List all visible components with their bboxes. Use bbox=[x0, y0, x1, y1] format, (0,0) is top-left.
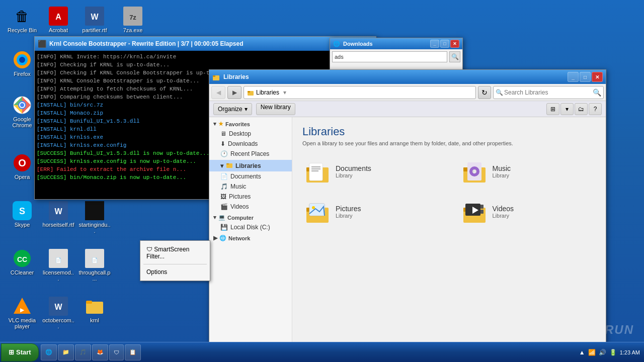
libraries-maximize-button[interactable]: □ bbox=[580, 72, 591, 82]
svg-rect-43 bbox=[311, 166, 320, 167]
favorites-header[interactable]: ▾ ★ Favorites bbox=[209, 119, 292, 129]
browser-controls: _ □ ✕ bbox=[430, 40, 459, 48]
svg-text:W: W bbox=[91, 13, 99, 21]
taskbar-volume-icon[interactable]: 🔊 bbox=[599, 349, 606, 356]
chrome-icon bbox=[12, 95, 32, 115]
svg-text:S: S bbox=[19, 206, 25, 216]
documents-library-icon bbox=[304, 158, 331, 185]
browser-maximize-btn[interactable]: □ bbox=[440, 40, 449, 48]
libraries-nav-section: ▾ Libraries 📄 Documents 🎵 Music bbox=[209, 160, 292, 212]
change-view-button[interactable]: ⊞ bbox=[546, 103, 559, 115]
browser-titlebar[interactable]: 🌐 Downloads _ □ ✕ bbox=[330, 38, 462, 49]
taskbar-item-firefox[interactable]: 🦊 bbox=[92, 344, 108, 360]
library-item-music[interactable]: ♪ Music Library bbox=[459, 156, 596, 187]
refresh-button[interactable]: ↻ bbox=[478, 86, 491, 99]
taskbar-item-ie[interactable]: 🌐 bbox=[41, 344, 57, 360]
start-button[interactable]: ⊞ Start bbox=[1, 343, 39, 361]
libraries-minimize-button[interactable]: _ bbox=[568, 72, 579, 82]
nav-item-desktop[interactable]: 🖥 Desktop bbox=[209, 129, 292, 139]
help-button[interactable]: ? bbox=[589, 103, 602, 115]
nav-item-downloads[interactable]: ⬇ Downloads bbox=[209, 139, 292, 149]
downloads-nav-icon: ⬇ bbox=[220, 140, 225, 147]
libraries-titlebar[interactable]: Libraries _ □ ✕ bbox=[209, 70, 606, 84]
through-label: throughcall.p... bbox=[78, 269, 111, 282]
computer-nav-header[interactable]: ▾ 💻 Computer bbox=[209, 213, 292, 222]
desktop-icon-7za[interactable]: 7z 7za.exe bbox=[115, 4, 151, 35]
libraries-nav-header[interactable]: ▾ Libraries bbox=[209, 160, 292, 171]
desktop-icon-octobercom[interactable]: W octobercom... bbox=[40, 294, 76, 331]
smartscreen-options-item[interactable]: Options bbox=[143, 266, 207, 278]
browser-go-btn[interactable]: 🔍 bbox=[449, 51, 460, 62]
library-item-pictures[interactable]: Pictures Library bbox=[302, 197, 439, 227]
desktop-icon-recycle[interactable]: 🗑 Recycle Bin bbox=[4, 4, 40, 35]
search-input[interactable] bbox=[504, 89, 592, 96]
nav-item-documents[interactable]: 📄 Documents bbox=[209, 171, 292, 182]
libraries-close-button[interactable]: ✕ bbox=[592, 72, 603, 82]
nav-item-pictures[interactable]: 🖼 Pictures bbox=[209, 192, 292, 202]
acrobat-icon: A bbox=[48, 6, 68, 26]
search-submit-icon[interactable]: 🔍 bbox=[593, 88, 601, 97]
desktop-icon-ccleaner[interactable]: CC CCleaner bbox=[4, 246, 40, 278]
desktop-icon-licensemod[interactable]: 📄 licensemod... bbox=[40, 246, 76, 284]
horseit-icon: W bbox=[48, 201, 68, 221]
nav-item-music[interactable]: 🎵 Music bbox=[209, 182, 292, 192]
taskbar-tray-arrow-icon[interactable]: ▲ bbox=[579, 349, 585, 356]
smartscreen-filter-item[interactable]: 🛡 SmartScreen Filter... bbox=[143, 244, 207, 262]
desktop-icon-horseit[interactable]: W horseitself.rtf bbox=[40, 199, 76, 230]
nav-item-recent-places[interactable]: 🕐 Recent Places bbox=[209, 149, 292, 159]
word-icon: W bbox=[85, 6, 105, 26]
svg-point-12 bbox=[20, 103, 24, 107]
nav-item-videos[interactable]: 🎬 Videos bbox=[209, 202, 292, 212]
address-bar[interactable]: Libraries ▾ bbox=[244, 86, 476, 99]
7za-label: 7za.exe bbox=[123, 27, 143, 33]
svg-text:W: W bbox=[54, 207, 62, 216]
svg-text:A: A bbox=[55, 13, 61, 21]
skype-icon: S bbox=[12, 201, 32, 221]
nav-item-local-disk[interactable]: 💾 Local Disk (C:) bbox=[209, 222, 292, 232]
desktop-icon-vlc[interactable]: ▶ VLC media player bbox=[4, 294, 40, 331]
computer-nav-section: ▾ 💻 Computer 💾 Local Disk (C:) bbox=[209, 213, 292, 232]
view-dropdown-button[interactable]: ▾ bbox=[560, 103, 574, 115]
desktop-icon-word-partifier[interactable]: W partifier.rtf bbox=[76, 4, 113, 35]
desktop: 🗑 Recycle Bin A Acrobat W partifier.rtf … bbox=[0, 0, 644, 362]
desktop-icon-through[interactable]: 📄 throughcall.p... bbox=[76, 246, 113, 284]
desktop-icon-starting[interactable]: startingindu... bbox=[76, 199, 113, 236]
libraries-expand-icon: ▾ bbox=[220, 162, 223, 169]
krnl-label: krnl bbox=[90, 317, 99, 323]
taskbar-shield-icon: 🛡 bbox=[114, 349, 119, 355]
browser-minimize-btn[interactable]: _ bbox=[430, 40, 439, 48]
network-expand-icon: ▶ bbox=[213, 235, 217, 241]
address-dropdown-icon[interactable]: ▾ bbox=[283, 89, 286, 96]
desktop-icon-acrobat[interactable]: A Acrobat bbox=[40, 4, 76, 35]
browser-address[interactable]: ads bbox=[332, 51, 447, 62]
console-titlebar[interactable]: ⬛ Krnl Console Bootstrapper - Rewrite Ed… bbox=[35, 37, 376, 51]
svg-point-8 bbox=[19, 57, 25, 63]
forward-button[interactable]: ▶ bbox=[227, 86, 242, 99]
licensemod-icon: 📄 bbox=[48, 248, 68, 268]
taskbar-item-app[interactable]: 📋 bbox=[125, 344, 141, 360]
details-pane-button[interactable]: 🗂 bbox=[575, 103, 588, 115]
svg-point-56 bbox=[312, 206, 315, 209]
taskbar-item-shield[interactable]: 🛡 bbox=[109, 344, 124, 360]
pictures-library-text: Pictures Library bbox=[336, 205, 361, 219]
taskbar-item-media[interactable]: 🎵 bbox=[75, 344, 91, 360]
firefox-label: Firefox bbox=[14, 71, 31, 77]
taskbar-battery-icon: 🔋 bbox=[609, 349, 617, 356]
browser-toolbar: ads 🔍 bbox=[330, 49, 462, 64]
libraries-grid: Documents Library bbox=[302, 156, 596, 227]
taskbar-item-folder[interactable]: 📁 bbox=[58, 344, 74, 360]
desktop-icon-krnl[interactable]: krnl bbox=[76, 294, 113, 325]
browser-close-btn[interactable]: ✕ bbox=[450, 40, 459, 48]
octobercom-label: octobercom... bbox=[42, 317, 74, 329]
network-nav-header[interactable]: ▶ 🌐 Network bbox=[209, 233, 292, 243]
back-button[interactable]: ◀ bbox=[211, 86, 225, 99]
taskbar-clock: 1:23 AM bbox=[620, 349, 640, 355]
octobercom-icon: W bbox=[48, 296, 68, 316]
library-item-videos[interactable]: Videos Library bbox=[459, 197, 596, 227]
desktop-icon-skype[interactable]: S Skype bbox=[4, 199, 40, 230]
new-library-button[interactable]: New library bbox=[256, 103, 295, 115]
library-item-documents[interactable]: Documents Library bbox=[302, 156, 439, 187]
search-bar[interactable]: 🔍 🔍 bbox=[493, 86, 604, 99]
krnl-folder-icon bbox=[85, 296, 105, 316]
organize-button[interactable]: Organize ▾ bbox=[213, 103, 252, 115]
